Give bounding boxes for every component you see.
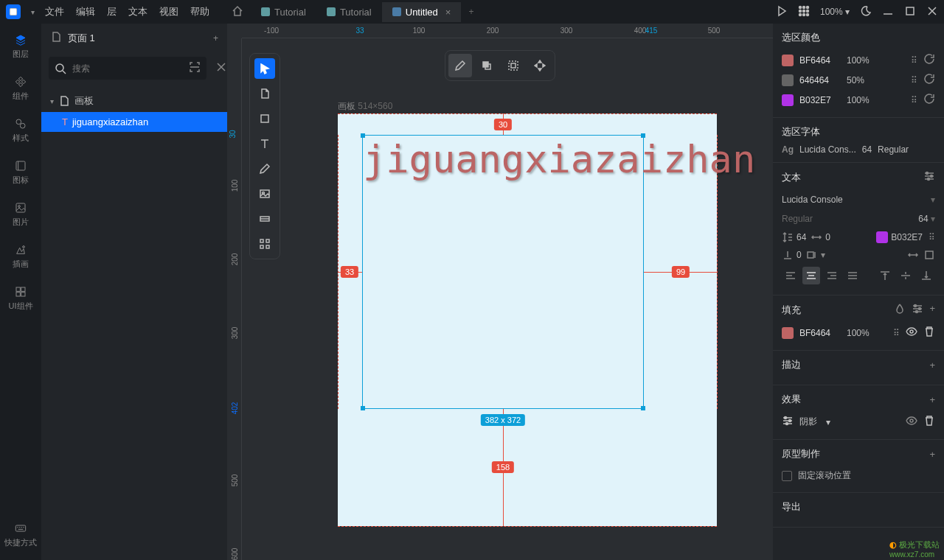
minimize-icon[interactable]: [882, 5, 894, 19]
valign-middle-button[interactable]: [897, 267, 914, 284]
font-size-select[interactable]: 64 ▾: [918, 214, 935, 224]
artboard-layer-row[interactable]: ▾ 画板: [41, 90, 227, 112]
nav-components[interactable]: 组件: [13, 76, 29, 102]
handle-tr[interactable]: [641, 133, 645, 138]
search-input[interactable]: [72, 63, 183, 74]
home-tab[interactable]: [224, 1, 251, 24]
maximize-icon[interactable]: [904, 5, 916, 19]
valign-bottom-button[interactable]: [917, 267, 935, 284]
handle-tl[interactable]: [361, 133, 365, 138]
add-stroke-button[interactable]: +: [929, 360, 935, 371]
nav-icons[interactable]: 图标: [13, 160, 29, 186]
color-row[interactable]: BF6464100%⠿: [782, 50, 935, 70]
color-row[interactable]: 64646450%⠿: [782, 70, 935, 90]
color-row[interactable]: B032E7100%⠿: [782, 90, 935, 110]
zoom-level[interactable]: 100% ▾: [820, 7, 850, 17]
text-layer-icon: T: [62, 116, 68, 127]
effect-settings-icon[interactable]: [782, 415, 794, 429]
dots-icon[interactable]: ⠿: [893, 328, 900, 338]
menu-edit[interactable]: 编辑: [76, 5, 95, 18]
nav-styles[interactable]: 样式: [13, 118, 29, 144]
menu-view[interactable]: 视图: [159, 5, 178, 18]
close-window-icon[interactable]: [926, 5, 938, 19]
handle-br[interactable]: [641, 406, 645, 410]
font-family-select[interactable]: Lucida Console▾: [782, 190, 935, 209]
menu-text[interactable]: 文本: [128, 5, 148, 18]
delete-icon[interactable]: [923, 415, 935, 429]
text-selection-box[interactable]: jiguangxiazaizhan: [362, 135, 644, 409]
add-effect-button[interactable]: +: [929, 394, 935, 405]
svg-point-42: [916, 311, 918, 313]
canvas-area[interactable]: -10033100200300400415500 301002003004025…: [227, 24, 773, 560]
dots-icon[interactable]: ⠿: [911, 75, 917, 85]
app-logo[interactable]: [6, 4, 21, 19]
tab-untitled[interactable]: Untitled×: [382, 2, 462, 22]
eye-icon[interactable]: [906, 415, 917, 429]
auto-width-toggle[interactable]: ▾: [806, 249, 825, 261]
eye-icon[interactable]: [906, 326, 917, 340]
menu-layer[interactable]: 层: [107, 5, 117, 18]
letter-spacing-input[interactable]: 0: [811, 231, 830, 243]
text-color-chip[interactable]: B032E7⠿: [876, 231, 935, 243]
selection-font-section: 选区字体 Ag Lucida Cons... 64 Regular: [773, 118, 944, 163]
search-box[interactable]: [49, 57, 206, 80]
font-summary-row[interactable]: Ag Lucida Cons... 64 Regular: [782, 144, 935, 155]
dots-icon[interactable]: ⠿: [929, 232, 935, 242]
text-content[interactable]: jiguangxiazaizhan: [363, 136, 643, 181]
delete-icon[interactable]: [923, 326, 935, 340]
page-selector[interactable]: 页面 1 +: [41, 24, 227, 52]
dots-icon[interactable]: ⠿: [911, 95, 917, 105]
dots-icon[interactable]: ⠿: [911, 55, 917, 66]
moon-icon[interactable]: [860, 5, 872, 19]
tab-tutorial-2[interactable]: Tutorial: [316, 2, 382, 22]
add-fill-button[interactable]: +: [929, 303, 935, 317]
align-right-button[interactable]: [823, 267, 841, 284]
tab-tutorial-1[interactable]: Tutorial: [251, 2, 316, 22]
play-icon[interactable]: [776, 5, 788, 19]
align-justify-button[interactable]: [844, 267, 861, 284]
svg-point-44: [785, 417, 787, 419]
expand-icon[interactable]: ▾: [50, 97, 54, 105]
add-page-button[interactable]: +: [213, 33, 218, 43]
handle-bl[interactable]: [361, 406, 365, 410]
canvas-viewport[interactable]: 画板 514×560 30 33 99 158 jiguangxiazaizha…: [242, 38, 773, 560]
resize-h-icon[interactable]: [907, 249, 919, 261]
adjust-icon[interactable]: [912, 303, 923, 317]
fixed-scroll-checkbox[interactable]: 固定滚动位置: [782, 466, 935, 485]
document-tabs: Tutorial Tutorial Untitled× +: [224, 1, 481, 24]
grid-icon[interactable]: [798, 5, 810, 19]
align-left-button[interactable]: [782, 267, 799, 284]
nav-images[interactable]: 图片: [13, 202, 29, 228]
line-height-input[interactable]: 64: [782, 231, 806, 243]
nav-ui-components[interactable]: UI组件: [9, 286, 33, 312]
artboard-title[interactable]: 画板 514×560: [338, 100, 392, 113]
svg-rect-38: [808, 252, 813, 258]
nav-layers[interactable]: 图层: [13, 34, 29, 60]
settings-icon[interactable]: [923, 170, 935, 184]
nav-shortcuts[interactable]: 快捷方式: [4, 522, 37, 548]
refresh-icon[interactable]: [923, 93, 935, 107]
valign-top-button[interactable]: [876, 267, 894, 284]
fill-color-row[interactable]: BF6464 100% ⠿: [782, 323, 935, 343]
align-center-button[interactable]: [802, 267, 820, 284]
scan-icon[interactable]: [189, 61, 201, 75]
baseline-input[interactable]: 0: [782, 249, 802, 261]
font-weight-size-row: Regular 64 ▾: [782, 209, 935, 228]
droplet-icon[interactable]: [894, 303, 906, 317]
refresh-icon[interactable]: [923, 73, 935, 87]
add-proto-button[interactable]: +: [929, 449, 935, 460]
menu-file[interactable]: 文件: [45, 5, 64, 18]
menu-help[interactable]: 帮助: [190, 5, 209, 18]
chevron-down-icon[interactable]: ▾: [31, 8, 35, 16]
svg-point-22: [56, 64, 63, 71]
selected-text-layer[interactable]: T jiguangxiazaizhan: [41, 112, 227, 132]
shadow-effect-row[interactable]: 阴影▾: [782, 412, 935, 432]
nav-illustrations[interactable]: 插画: [13, 244, 29, 270]
effects-section: 效果+ 阴影▾: [773, 385, 944, 440]
resize-box-icon[interactable]: [923, 249, 935, 261]
font-weight-select[interactable]: Regular: [782, 214, 912, 224]
add-tab-button[interactable]: +: [461, 2, 481, 21]
close-icon[interactable]: ×: [445, 7, 451, 18]
refresh-icon[interactable]: [923, 53, 935, 67]
export-section: 导出: [773, 493, 944, 528]
